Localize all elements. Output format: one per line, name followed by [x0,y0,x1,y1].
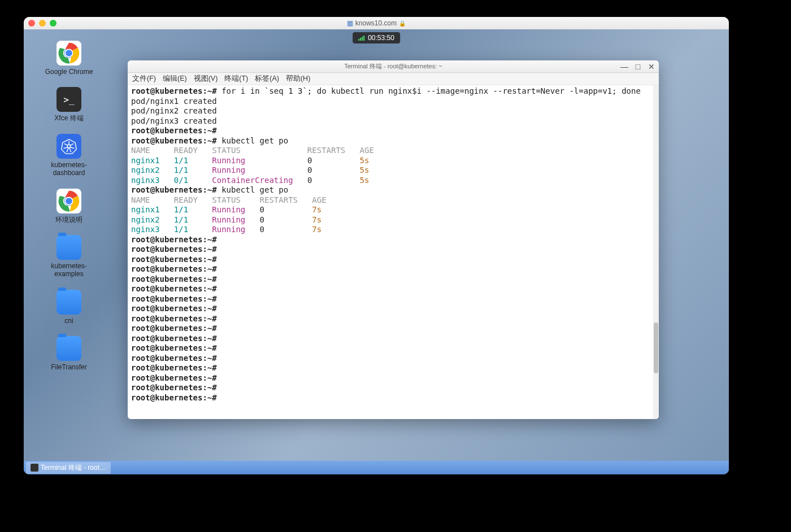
empty-prompt: root@kubernetes:~# [131,274,655,285]
session-timer: 00:53:50 [353,32,400,43]
empty-prompt: root@kubernetes:~# [131,373,655,383]
taskbar-item-label: Terminal 终端 - root… [41,463,106,473]
signal-icon [358,35,365,41]
folder-icon [56,336,81,361]
empty-prompt: root@kubernetes:~# [131,363,655,373]
menu-t[interactable]: 终端(T) [224,74,248,84]
desktop-icon-kubernetes-dashboard[interactable]: kubernetes-dashboard [35,134,103,177]
empty-prompt: root@kubernetes:~# [131,354,655,364]
table-row: nginx3 1/1 Running 0 7s [131,225,655,235]
desktop-icon--[interactable]: 环境说明 [35,189,103,224]
terminal-scroll-thumb[interactable] [654,322,658,373]
desktop-icon-kubernetes-examples[interactable]: kubernetes-examples [35,235,103,278]
desktop-icon-label: FileTransfer [51,363,87,371]
terminal-title-text: Terminal 终端 - root@kubernetes: ~ [344,62,442,71]
taskbar-terminal-icon [31,464,38,472]
timer-text: 00:53:50 [368,34,394,42]
minimize-mac-icon[interactable] [39,20,46,27]
terminal-menubar: 文件(F)编辑(E)视图(V)终端(T)标签(A)帮助(H) [128,73,659,85]
desktop-icon-filetransfer[interactable]: FileTransfer [35,336,103,371]
desktop-icon-google-chrome[interactable]: Google Chrome [35,41,103,76]
folder-icon [56,290,81,315]
maximize-icon[interactable]: □ [634,63,642,71]
svg-line-9 [69,148,71,152]
menu-f[interactable]: 文件(F) [132,74,156,84]
svg-line-10 [67,148,68,152]
xfce-desktop[interactable]: 00:53:50 Google Chrome>_Xfce 终端kubernete… [24,29,729,474]
svg-line-7 [71,143,74,145]
table-header: NAME READY STATUS RESTARTS AGE [131,146,655,156]
empty-prompt: root@kubernetes:~# [131,235,655,245]
desktop-icon-label: Xfce 终端 [54,114,83,122]
kubernetes-icon [56,134,81,159]
empty-prompt: root@kubernetes:~# [131,393,655,403]
terminal-scrollbar[interactable] [653,85,659,419]
traffic-lights [28,20,56,27]
empty-prompt: root@kubernetes:~# [131,255,655,265]
menu-e[interactable]: 编辑(E) [163,74,187,84]
terminal-window-controls: — □ ✕ [620,63,655,71]
svg-point-5 [67,145,71,148]
empty-prompt: root@kubernetes:~# [131,343,655,354]
cmd-create-pods: root@kubernetes:~# for i in `seq 1 3`; d… [131,86,655,97]
empty-prompt: root@kubernetes:~# [131,324,655,334]
svg-line-8 [71,147,75,149]
chrome-icon [56,41,81,66]
empty-prompt: root@kubernetes:~# [131,383,655,393]
empty-prompt: root@kubernetes:~# [131,304,655,314]
svg-line-11 [64,147,68,149]
empty-prompt: root@kubernetes:~# [131,294,655,304]
desktop-icon-label: cni [64,317,73,325]
desktop-icon-label: kubernetes-dashboard [38,161,100,177]
desktop-icon-label: Google Chrome [45,68,93,76]
menu-a[interactable]: 标签(A) [255,74,279,84]
terminal-window: Terminal 终端 - root@kubernetes: ~ — □ ✕ 文… [128,60,659,419]
url-text: knows10.com [355,19,397,27]
desktop-icon-xfce-[interactable]: >_Xfce 终端 [35,87,103,122]
output-created: pod/nginx1 created [131,97,655,107]
cmd-get-pods: root@kubernetes:~# kubectl get po [131,185,655,195]
mac-browser-window: ▦ knows10.com 🔒 00:53:50 Google Chrome>_… [24,17,729,474]
table-row: nginx1 1/1 Running 0 5s [131,156,655,166]
table-row: nginx2 1/1 Running 0 5s [131,165,655,176]
empty-prompt: root@kubernetes:~# [131,126,655,136]
desktop-icon-label: 环境说明 [55,216,82,224]
chrome-icon [56,189,81,213]
table-row: nginx2 1/1 Running 0 7s [131,215,655,225]
cmd-get-pods: root@kubernetes:~# kubectl get po [131,136,655,146]
terminal-app-icon: >_ [56,87,81,112]
output-created: pod/nginx2 created [131,106,655,116]
menu-h[interactable]: 帮助(H) [286,74,310,84]
empty-prompt: root@kubernetes:~# [131,334,655,344]
table-row: nginx1 1/1 Running 0 7s [131,205,655,215]
lock-icon: 🔒 [399,20,406,27]
terminal-titlebar[interactable]: Terminal 终端 - root@kubernetes: ~ — □ ✕ [128,60,659,73]
table-header: NAME READY STATUS RESTARTS AGE [131,195,655,206]
empty-prompt: root@kubernetes:~# [131,284,655,294]
empty-prompt: root@kubernetes:~# [131,314,655,324]
folder-icon [56,235,81,260]
empty-prompt: root@kubernetes:~# [131,245,655,255]
table-row: nginx3 0/1 ContainerCreating 0 5s [131,176,655,186]
close-icon[interactable]: ✕ [647,63,655,71]
site-icon: ▦ [347,19,353,27]
zoom-mac-icon[interactable] [50,20,56,27]
mac-title: ▦ knows10.com 🔒 [347,19,406,27]
mac-titlebar: ▦ knows10.com 🔒 [24,17,729,29]
terminal-content[interactable]: root@kubernetes:~# for i in `seq 1 3`; d… [128,85,659,419]
desktop-icons-area: Google Chrome>_Xfce 终端kubernetes-dashboa… [35,41,103,383]
output-created: pod/nginx3 created [131,116,655,127]
empty-prompt: root@kubernetes:~# [131,264,655,274]
menu-v[interactable]: 视图(V) [194,74,218,84]
minimize-icon[interactable]: — [620,63,628,71]
taskbar-terminal-item[interactable]: Terminal 终端 - root… [26,462,111,474]
desktop-icon-cni[interactable]: cni [35,290,103,325]
desktop-icon-label: kubernetes-examples [38,262,100,278]
svg-line-12 [64,143,68,145]
xfce-taskbar: Terminal 终端 - root… [24,461,729,474]
close-mac-icon[interactable] [28,20,35,27]
